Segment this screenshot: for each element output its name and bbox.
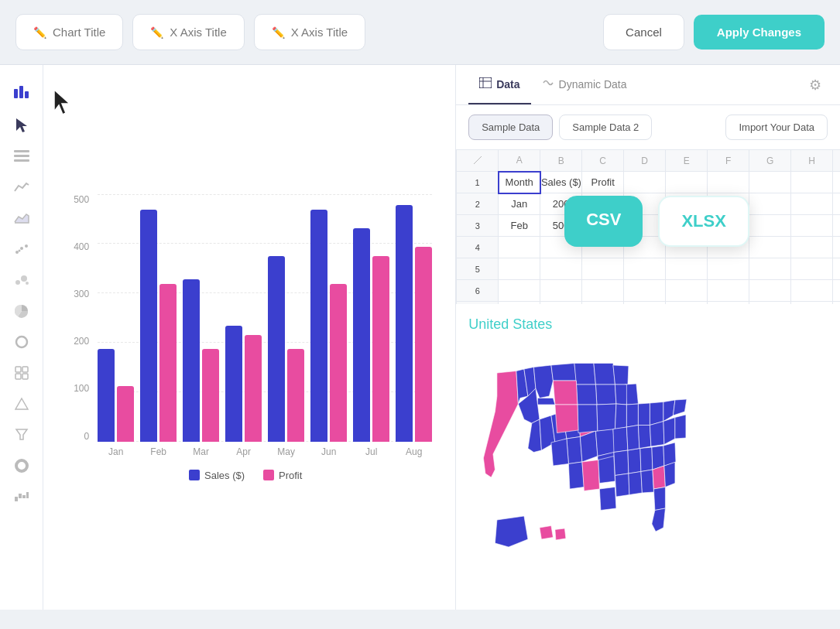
cell-2-G[interactable] <box>749 193 791 215</box>
cell-6-A[interactable] <box>499 280 540 302</box>
state-md <box>650 422 665 447</box>
bar-sales-jun[interactable] <box>310 210 327 442</box>
tab-dynamic-data[interactable]: Dynamic Data <box>531 65 638 104</box>
cell-1-F[interactable] <box>708 172 749 193</box>
state-ks2 <box>578 405 598 433</box>
chart-title-button[interactable]: ✏️ Chart Title <box>15 14 123 50</box>
cell-5-F[interactable] <box>708 258 749 280</box>
col-header-i[interactable]: I <box>833 150 840 172</box>
cell-6-D[interactable] <box>624 280 666 302</box>
cell-4-I[interactable] <box>833 237 840 258</box>
cell-5-A[interactable] <box>499 258 540 280</box>
bar-sales-aug[interactable] <box>396 205 413 442</box>
bar-profit-jul[interactable] <box>372 256 389 442</box>
sidebar-grid-icon[interactable] <box>8 359 36 387</box>
sidebar-line-chart-icon[interactable] <box>8 173 36 201</box>
sidebar-ring-icon[interactable] <box>8 452 36 480</box>
cell-1-I[interactable] <box>833 172 840 193</box>
bar-sales-jul[interactable] <box>353 228 370 442</box>
bar-profit-jan[interactable] <box>117 386 134 442</box>
cell-1-G[interactable] <box>749 172 791 193</box>
cell-6-B[interactable] <box>540 280 582 302</box>
col-header-g[interactable]: G <box>749 150 791 172</box>
cell-3-A[interactable]: Feb <box>499 215 540 237</box>
bar-sales-feb[interactable] <box>140 210 157 442</box>
bar-profit-mar[interactable] <box>202 349 219 442</box>
xlsx-import-card[interactable]: XLSX <box>658 196 749 247</box>
row-num-4: 4 <box>457 237 499 258</box>
state-ct <box>675 415 686 439</box>
sidebar-circle-icon[interactable] <box>8 328 36 356</box>
cell-5-D[interactable] <box>624 258 666 280</box>
gear-icon[interactable]: ⚙ <box>803 70 828 100</box>
apply-button[interactable]: Apply Changes <box>694 15 825 50</box>
cell-4-H[interactable] <box>791 237 833 258</box>
col-header-f[interactable]: F <box>708 150 749 172</box>
sidebar-pyramid-icon[interactable] <box>8 390 36 418</box>
cell-6-E[interactable] <box>666 280 708 302</box>
cell-5-G[interactable] <box>749 258 791 280</box>
state-la <box>600 487 617 511</box>
sidebar-funnel-icon[interactable] <box>8 421 36 449</box>
bar-profit-jun[interactable] <box>330 284 347 442</box>
col-header-b[interactable]: B <box>540 150 582 172</box>
import-your-data-button[interactable]: Import Your Data <box>725 115 828 140</box>
cell-1-A[interactable]: Month <box>499 172 540 193</box>
col-header-c[interactable]: C <box>582 150 624 172</box>
col-header-e[interactable]: E <box>666 150 708 172</box>
sample-data-2-button[interactable]: Sample Data 2 <box>559 115 652 140</box>
sidebar-bubble-icon[interactable] <box>8 266 36 294</box>
cell-5-C[interactable] <box>582 258 624 280</box>
cell-1-C[interactable]: Profit <box>582 172 624 193</box>
col-header-h[interactable]: H <box>791 150 833 172</box>
cell-3-H[interactable] <box>791 215 833 237</box>
x-axis-title-button[interactable]: ✏️ X Axis Title <box>132 14 244 50</box>
cell-3-G[interactable] <box>749 215 791 237</box>
tab-data[interactable]: Data <box>468 65 530 104</box>
cell-5-I[interactable] <box>833 258 840 280</box>
bar-sales-apr[interactable] <box>225 326 242 442</box>
sidebar-list-icon[interactable] <box>8 142 36 170</box>
cell-1-D[interactable] <box>624 172 666 193</box>
sidebar-pie-icon[interactable] <box>8 297 36 325</box>
sample-data-button[interactable]: Sample Data <box>468 115 553 140</box>
cell-5-E[interactable] <box>666 258 708 280</box>
cell-3-I[interactable] <box>833 215 840 237</box>
state-ks <box>581 431 598 462</box>
cell-6-H[interactable] <box>791 280 833 302</box>
cell-1-E[interactable] <box>666 172 708 193</box>
sidebar-area-chart-icon[interactable] <box>8 204 36 232</box>
bar-sales-jan[interactable] <box>98 349 115 442</box>
cell-5-B[interactable] <box>540 258 582 280</box>
col-header-a[interactable]: A <box>499 150 540 172</box>
cell-6-I[interactable] <box>833 280 840 302</box>
cell-2-H[interactable] <box>791 193 833 215</box>
cell-2-A[interactable]: Jan <box>499 193 540 215</box>
bar-profit-may[interactable] <box>287 349 304 442</box>
x-axis-title2-button[interactable]: ✏️ X Axis Title <box>254 14 365 50</box>
cell-4-A[interactable] <box>499 237 540 258</box>
sidebar-bar-chart-icon[interactable] <box>8 77 36 105</box>
cell-1-B[interactable]: Sales ($) <box>540 172 582 193</box>
bar-sales-mar[interactable] <box>183 279 200 442</box>
cell-6-F[interactable] <box>708 280 749 302</box>
state-mo2 <box>597 404 616 431</box>
cancel-button[interactable]: Cancel <box>603 14 684 50</box>
spreadsheet[interactable]: A B C D E F G H I 1MonthSales ($)Profit2… <box>456 149 840 610</box>
cell-2-I[interactable] <box>833 193 840 215</box>
sidebar-dot-icon[interactable] <box>8 235 36 263</box>
bar-profit-apr[interactable] <box>245 335 262 442</box>
cell-6-G[interactable] <box>749 280 791 302</box>
cell-5-H[interactable] <box>791 258 833 280</box>
sidebar-cursor-icon[interactable] <box>8 111 36 139</box>
pencil-icon: ✏️ <box>33 26 46 39</box>
cell-4-G[interactable] <box>749 237 791 258</box>
bar-sales-may[interactable] <box>268 256 285 442</box>
cell-6-C[interactable] <box>582 280 624 302</box>
bar-profit-feb[interactable] <box>159 284 177 442</box>
cell-1-H[interactable] <box>791 172 833 193</box>
csv-import-card[interactable]: CSV <box>564 196 643 247</box>
bar-profit-aug[interactable] <box>415 247 432 442</box>
sidebar-waterfall-icon[interactable] <box>8 483 36 511</box>
col-header-d[interactable]: D <box>624 150 666 172</box>
